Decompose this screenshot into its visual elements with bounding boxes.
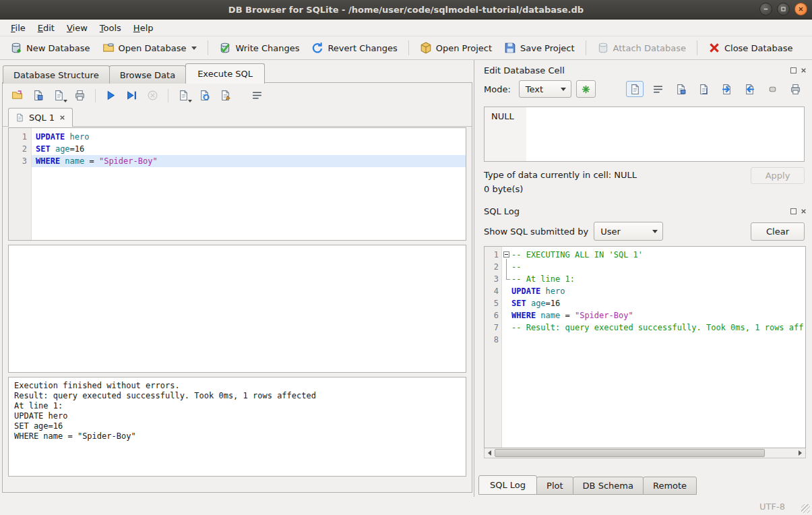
button-label: New Database: [26, 43, 90, 53]
app-window: DB Browser for SQLite - /home/user/code/…: [0, 0, 812, 515]
submitted-by-dropdown[interactable]: User: [594, 222, 663, 241]
stop-icon: [147, 90, 158, 101]
menu-edit[interactable]: Edit: [32, 21, 60, 35]
toolbar-separator: [408, 40, 409, 55]
button-label: Revert Changes: [327, 43, 397, 53]
tab-execute-sql[interactable]: Execute SQL: [185, 63, 265, 84]
tab-remote[interactable]: Remote: [643, 477, 697, 495]
export-icon: [744, 84, 755, 95]
sql-log-header: SQL Log: [474, 201, 812, 220]
copy-icon: [698, 84, 710, 95]
text-mode-button[interactable]: [626, 81, 644, 97]
sql-editor[interactable]: 1 2 3 UPDATE hero SET age=16 WHERE name …: [8, 127, 466, 241]
open-in-editor-button[interactable]: [672, 81, 689, 97]
close-icon: [59, 115, 65, 121]
open-project-button[interactable]: Open Project: [414, 38, 498, 57]
menu-file[interactable]: File: [5, 21, 31, 35]
float-dock-icon[interactable]: [790, 67, 797, 73]
main-tab-bar: Database Structure Browse Data Execute S…: [3, 63, 264, 84]
export-sql-button[interactable]: [175, 87, 193, 104]
editor-code-area[interactable]: UPDATE hero SET age=16 WHERE name = "Spi…: [32, 128, 466, 240]
maximize-button[interactable]: [777, 3, 790, 16]
save-sql-file-as-button[interactable]: [50, 87, 68, 104]
format-sql-button[interactable]: [216, 87, 235, 104]
fold-marker-collapse[interactable]: [502, 249, 511, 261]
scrollbar-track[interactable]: [495, 448, 795, 458]
execution-output: Execution finished without errors. Resul…: [8, 377, 466, 477]
copy-cell-button[interactable]: [695, 81, 712, 97]
execute-sql-panel: SQL 1 1 2 3 UPDATE hero SET age=16 WHERE…: [2, 82, 472, 493]
apply-button[interactable]: Apply: [751, 167, 805, 184]
stop-execution-button[interactable]: [144, 87, 162, 104]
export-cell-button[interactable]: [741, 81, 758, 97]
close-database-icon: [708, 42, 720, 54]
print-cell-button[interactable]: [786, 81, 804, 97]
sql-tab-close-button[interactable]: [59, 113, 65, 123]
close-icon: [801, 208, 807, 214]
arrow-right-icon: [799, 450, 802, 456]
new-database-icon: [10, 42, 22, 54]
tab-browse-data[interactable]: Browse Data: [109, 65, 187, 84]
write-changes-button[interactable]: Write Changes: [213, 38, 305, 57]
chevron-down-icon: [652, 230, 658, 233]
log-line: -- At line 1:: [511, 273, 805, 285]
auto-format-button[interactable]: [576, 80, 596, 98]
word-wrap-button[interactable]: [649, 81, 666, 97]
title-bar[interactable]: DB Browser for SQLite - /home/user/code/…: [0, 0, 812, 20]
edit-cell-title: Edit Database Cell: [484, 65, 790, 75]
resize-grip[interactable]: [801, 504, 810, 513]
log-fold-column: [502, 247, 511, 448]
sql-log-view[interactable]: 12 34 56 78 -- EXECUTING ALL IN 'SQL 1' …: [484, 246, 806, 448]
toolbar-separator: [208, 40, 208, 55]
log-code-area: -- EXECUTING ALL IN 'SQL 1' -- -- At lin…: [511, 247, 805, 448]
word-wrap-icon: [652, 84, 664, 95]
tab-database-structure[interactable]: Database Structure: [3, 65, 110, 84]
open-sql-file-button[interactable]: [8, 87, 26, 104]
menu-view[interactable]: View: [61, 21, 93, 35]
new-database-button[interactable]: New Database: [4, 38, 96, 57]
fold-corner: [502, 273, 511, 285]
close-database-button[interactable]: Close Database: [702, 38, 799, 57]
clear-log-button[interactable]: Clear: [751, 222, 805, 241]
import-cell-button[interactable]: [718, 81, 735, 97]
cell-value-editor[interactable]: NULL: [484, 107, 805, 162]
mode-dropdown[interactable]: Text: [519, 80, 571, 98]
save-sql-file-button[interactable]: [29, 87, 47, 104]
scrollbar-thumb[interactable]: [495, 449, 765, 457]
save-project-button[interactable]: Save Project: [498, 38, 581, 57]
close-icon: [798, 6, 804, 12]
print-icon: [74, 90, 86, 101]
close-button[interactable]: [794, 3, 807, 16]
maximize-icon: [780, 6, 786, 12]
scroll-left-button[interactable]: [485, 448, 495, 458]
sql-toolbar: [3, 83, 472, 107]
sql-line: UPDATE hero: [32, 131, 466, 143]
find-replace-button[interactable]: [195, 87, 214, 104]
sql-tab-label: SQL 1: [29, 113, 55, 123]
close-dock-button[interactable]: [801, 65, 807, 75]
results-grid: [8, 245, 466, 373]
close-dock-button[interactable]: [801, 206, 807, 216]
menu-tools[interactable]: Tools: [94, 21, 127, 35]
open-database-button[interactable]: Open Database: [96, 38, 204, 57]
float-dock-icon[interactable]: [790, 208, 797, 214]
write-changes-icon: [219, 42, 231, 54]
print-icon: [790, 84, 801, 95]
word-wrap-button[interactable]: [248, 87, 266, 104]
tab-plot[interactable]: Plot: [536, 477, 573, 495]
scroll-right-button[interactable]: [795, 448, 805, 458]
menu-help[interactable]: Help: [128, 21, 159, 35]
minimize-button[interactable]: [759, 3, 772, 16]
revert-changes-button[interactable]: Revert Changes: [305, 38, 403, 57]
text-document-icon: [629, 84, 641, 95]
tab-sql-log[interactable]: SQL Log: [478, 475, 537, 495]
tab-db-schema[interactable]: DB Schema: [573, 477, 644, 495]
log-horizontal-scrollbar[interactable]: [484, 448, 806, 458]
print-sql-button[interactable]: [71, 87, 89, 104]
set-null-button[interactable]: [763, 81, 781, 97]
sql-tab[interactable]: SQL 1: [8, 108, 73, 127]
execute-all-button[interactable]: [102, 87, 120, 104]
attach-database-button[interactable]: Attach Database: [591, 38, 692, 57]
execute-current-line-button[interactable]: [123, 87, 141, 104]
mode-label: Mode:: [484, 84, 511, 94]
